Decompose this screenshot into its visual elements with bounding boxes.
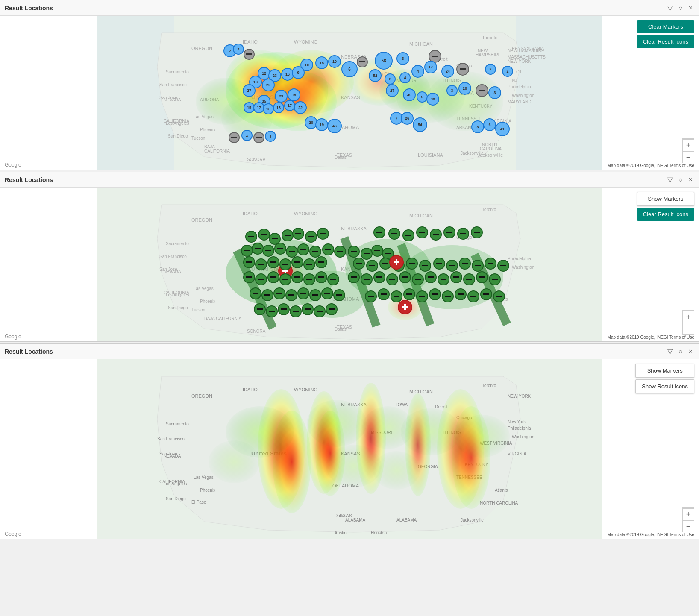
svg-rect-270 — [446, 232, 452, 233]
svg-rect-408 — [269, 311, 275, 312]
zoom-out-btn-2[interactable]: − — [682, 323, 694, 335]
svg-text:7: 7 — [395, 116, 397, 120]
svg-text:22: 22 — [266, 83, 270, 87]
svg-text:16: 16 — [285, 72, 290, 76]
svg-text:NEW YORK: NEW YORK — [508, 59, 531, 64]
svg-rect-333 — [294, 276, 300, 278]
svg-text:20: 20 — [463, 86, 467, 91]
map-buttons-1: Clear Markers Clear Result Icons — [637, 20, 694, 48]
x-btn-2[interactable]: × — [687, 175, 694, 185]
svg-text:22: 22 — [298, 106, 303, 110]
svg-text:58: 58 — [381, 59, 386, 63]
svg-text:San Diego: San Diego — [168, 305, 188, 310]
svg-text:13: 13 — [276, 106, 281, 110]
google-logo-3: Google — [5, 531, 21, 537]
svg-text:OREGON: OREGON — [191, 217, 212, 223]
svg-text:Philadelphia: Philadelphia — [508, 85, 531, 89]
show-markers-btn-3[interactable]: Show Markers — [635, 364, 694, 378]
svg-text:New York: New York — [508, 419, 526, 424]
clear-result-icons-btn-1[interactable]: Clear Result Icons — [637, 35, 694, 48]
svg-rect-288 — [270, 261, 276, 263]
svg-rect-361 — [479, 276, 485, 278]
svg-text:Los Angeles: Los Angeles — [166, 293, 189, 297]
svg-rect-294 — [306, 264, 312, 265]
zoom-out-btn-3[interactable]: − — [682, 520, 694, 532]
x-btn-1[interactable]: × — [687, 3, 694, 13]
svg-rect-359 — [466, 279, 472, 280]
svg-text:24: 24 — [446, 69, 450, 73]
svg-text:27: 27 — [390, 88, 394, 93]
svg-rect-292 — [294, 261, 300, 263]
show-result-icons-btn-3[interactable]: Show Result Icons — [635, 379, 694, 393]
svg-text:MICHIGAN: MICHIGAN — [409, 389, 433, 394]
svg-rect-235 — [308, 236, 314, 237]
svg-rect-274 — [474, 232, 480, 233]
svg-rect-404 — [496, 296, 502, 297]
close-icon-btn-3[interactable]: ○ — [677, 347, 684, 356]
x-btn-3[interactable]: × — [687, 347, 694, 356]
svg-text:5: 5 — [421, 95, 423, 99]
map-svg-3: OREGON IDAHO WYOMING NEBRASKA MICHIGAN T… — [0, 359, 699, 539]
svg-text:Washington: Washington — [512, 265, 534, 270]
svg-rect-314 — [462, 263, 468, 264]
svg-text:VIRGINIA: VIRGINIA — [508, 452, 526, 456]
svg-point-475 — [209, 440, 260, 483]
svg-text:OREGON: OREGON — [191, 46, 212, 51]
svg-text:NEBRASKA: NEBRASKA — [341, 226, 367, 231]
svg-text:12: 12 — [262, 71, 266, 76]
map-attribution-2: Map data ©2019 Google, INEGI Terms of Us… — [608, 335, 694, 340]
svg-rect-111 — [460, 68, 466, 70]
show-markers-btn-2[interactable]: Show Markers — [637, 192, 694, 206]
svg-text:PENNSYLVANIA: PENNSYLVANIA — [512, 46, 544, 51]
svg-text:Jacksonville: Jacksonville — [461, 518, 484, 522]
zoom-out-btn-1[interactable]: − — [682, 151, 694, 163]
svg-point-474 — [454, 415, 510, 458]
zoom-in-btn-1[interactable]: + — [682, 139, 694, 151]
svg-rect-396 — [445, 296, 451, 297]
close-icon-btn-2[interactable]: ○ — [677, 175, 684, 185]
svg-text:SONORA: SONORA — [247, 157, 266, 162]
svg-rect-250 — [289, 251, 295, 252]
svg-rect-179 — [256, 137, 262, 138]
svg-rect-229 — [272, 238, 278, 239]
svg-rect-175 — [231, 137, 237, 138]
svg-text:Dallas: Dallas — [335, 327, 347, 331]
svg-rect-369 — [276, 293, 282, 294]
svg-rect-242 — [244, 250, 250, 251]
minimize-btn-2[interactable]: ▽ — [666, 175, 674, 185]
clear-markers-btn-1[interactable]: Clear Markers — [637, 20, 694, 33]
svg-text:Sacramento: Sacramento — [166, 422, 189, 426]
svg-text:3: 3 — [493, 91, 496, 95]
svg-rect-262 — [391, 233, 397, 234]
minimize-btn-3[interactable]: ▽ — [666, 346, 674, 356]
map-svg-1: OREGON IDAHO WYOMING NEBRASKA MICHIGAN T… — [0, 16, 699, 170]
svg-rect-323 — [396, 259, 397, 265]
svg-rect-272 — [460, 233, 466, 234]
close-icon-btn-1[interactable]: ○ — [677, 3, 684, 13]
svg-rect-244 — [255, 248, 261, 249]
panel-header-3: Result Locations ▽ ○ × — [0, 344, 699, 359]
svg-rect-248 — [277, 248, 283, 249]
svg-text:El Paso: El Paso — [191, 500, 206, 505]
svg-text:San Diego: San Diego — [168, 134, 188, 138]
svg-text:4: 4 — [404, 76, 406, 80]
zoom-in-btn-3[interactable]: + — [682, 508, 694, 520]
svg-text:10: 10 — [305, 63, 309, 67]
panel-2: Result Locations ▽ ○ × OREGON IDAHO WYOM… — [0, 172, 699, 342]
clear-result-icons-btn-2[interactable]: Clear Result Icons — [637, 208, 694, 221]
svg-text:19: 19 — [320, 123, 324, 127]
svg-rect-365 — [253, 293, 258, 294]
svg-rect-2 — [516, 16, 602, 170]
svg-rect-296 — [318, 261, 324, 263]
minimize-btn-1[interactable]: ▽ — [666, 3, 674, 13]
svg-rect-414 — [305, 308, 311, 310]
svg-text:San Francisco: San Francisco — [157, 437, 185, 441]
svg-rect-345 — [376, 276, 382, 278]
map-attribution-3: Map data ©2019 Google, INEGI Terms of Us… — [608, 532, 694, 537]
svg-text:ALABAMA: ALABAMA — [345, 518, 366, 522]
svg-rect-390 — [406, 293, 412, 295]
svg-text:Toronto: Toronto — [482, 207, 496, 212]
svg-text:15: 15 — [320, 61, 324, 65]
svg-text:13: 13 — [253, 80, 258, 84]
zoom-in-btn-2[interactable]: + — [682, 311, 694, 323]
